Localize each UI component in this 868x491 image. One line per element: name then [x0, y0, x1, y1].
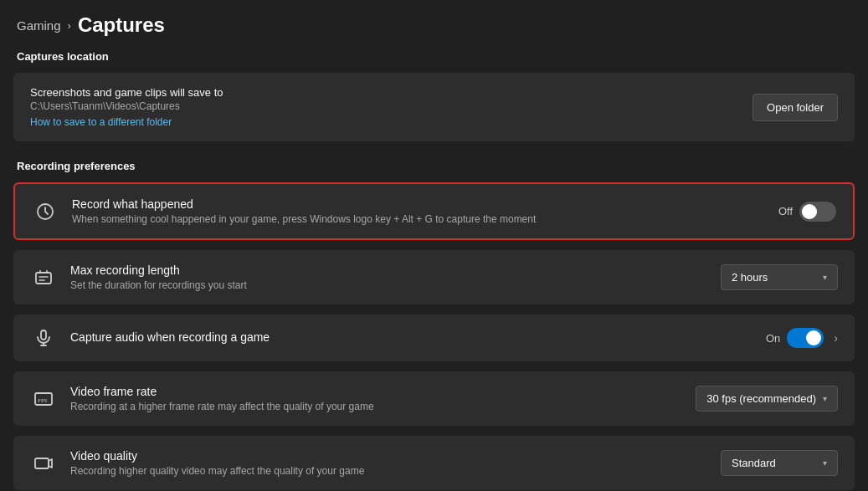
capture-audio-card: Capture audio when recording a game On ›: [13, 315, 855, 361]
svg-rect-2: [41, 330, 46, 340]
captures-location-card: Screenshots and game clips will save to …: [13, 73, 855, 141]
video-frame-rate-value: 30 fps (recommended): [706, 392, 816, 405]
capture-audio-expand-chevron[interactable]: ›: [834, 331, 838, 345]
capture-audio-toggle-label: On: [766, 332, 780, 345]
change-folder-link[interactable]: How to save to a different folder: [30, 116, 172, 128]
record-icon: [32, 202, 59, 222]
record-toggle-container: Off: [778, 202, 836, 222]
capture-audio-action: On ›: [766, 328, 838, 348]
record-what-happened-desc: When something cool happened in your gam…: [72, 213, 765, 225]
open-folder-button[interactable]: Open folder: [752, 94, 838, 121]
breadcrumb-parent[interactable]: Gaming: [17, 18, 61, 33]
location-info: Screenshots and game clips will save to …: [30, 86, 223, 128]
video-frame-rate-desc: Recording at a higher frame rate may aff…: [70, 401, 682, 412]
max-recording-length-card: Max recording length Set the duration fo…: [13, 250, 855, 304]
recording-preferences-label: Recording preferences: [0, 155, 868, 179]
video-frame-rate-content: Video frame rate Recording at a higher f…: [70, 385, 682, 412]
capture-audio-toggle[interactable]: [787, 328, 824, 348]
svg-text:FPS: FPS: [38, 397, 48, 404]
record-what-happened-content: Record what happened When something cool…: [72, 197, 765, 225]
record-what-happened-title: Record what happened: [72, 197, 765, 211]
max-recording-length-desc: Set the duration for recordings you star…: [70, 279, 707, 291]
svg-rect-1: [36, 273, 51, 284]
svg-rect-5: [35, 458, 49, 468]
capture-audio-title: Capture audio when recording a game: [70, 330, 752, 344]
max-recording-dropdown[interactable]: 2 hours ▾: [721, 264, 838, 290]
record-toggle[interactable]: [799, 202, 836, 222]
video-frame-rate-chevron: ▾: [823, 394, 827, 403]
video-quality-dropdown[interactable]: Standard ▾: [721, 450, 838, 476]
max-recording-length-content: Max recording length Set the duration fo…: [70, 263, 707, 291]
location-description: Screenshots and game clips will save to: [30, 86, 223, 99]
video-quality-desc: Recording higher quality video may affec…: [70, 465, 707, 477]
fps-icon: FPS: [30, 389, 57, 409]
location-path: C:\Users\Tuanm\Videos\Captures: [30, 100, 223, 112]
recording-length-icon: [30, 268, 57, 288]
page-title: Captures: [78, 13, 165, 37]
video-frame-rate-dropdown[interactable]: 30 fps (recommended) ▾: [696, 386, 838, 412]
max-recording-length-title: Max recording length: [70, 263, 707, 277]
video-quality-chevron: ▾: [823, 458, 827, 468]
max-recording-value: 2 hours: [732, 271, 768, 284]
capture-audio-content: Capture audio when recording a game: [70, 330, 752, 346]
max-recording-chevron: ▾: [823, 273, 827, 282]
video-frame-rate-title: Video frame rate: [70, 385, 682, 398]
record-toggle-label: Off: [778, 205, 793, 217]
record-what-happened-card: Record what happened When something cool…: [13, 182, 855, 240]
captures-location-label: Captures location: [0, 45, 868, 69]
record-toggle-thumb: [802, 204, 817, 219]
capture-audio-toggle-wrapper: On: [766, 328, 824, 348]
video-quality-content: Video quality Recording higher quality v…: [70, 449, 707, 477]
video-quality-title: Video quality: [70, 449, 707, 463]
breadcrumb-separator: ›: [68, 19, 71, 32]
video-frame-rate-card: FPS Video frame rate Recording at a high…: [13, 371, 855, 426]
video-quality-icon: [30, 453, 57, 473]
video-quality-value: Standard: [732, 457, 776, 469]
breadcrumb: Gaming › Captures: [0, 0, 868, 45]
max-recording-dropdown-container: 2 hours ▾: [721, 264, 838, 290]
video-quality-card: Video quality Recording higher quality v…: [13, 436, 855, 490]
video-frame-rate-action: 30 fps (recommended) ▾: [696, 386, 838, 412]
video-quality-action: Standard ▾: [721, 450, 838, 476]
audio-icon: [30, 328, 57, 348]
record-toggle-wrapper: Off: [778, 202, 836, 222]
